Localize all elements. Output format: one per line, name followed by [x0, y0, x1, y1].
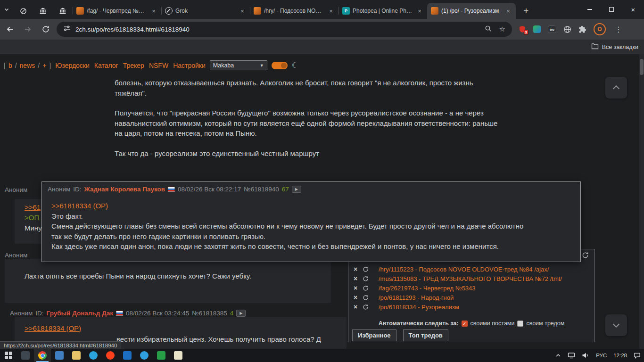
watch-own-posts-checkbox[interactable]: ✓	[462, 321, 468, 327]
favorite-thread-link[interactable]: /po/61818334 - Рузореализм	[379, 304, 459, 311]
board-link-b[interactable]: b	[8, 62, 12, 69]
taskbar-app-icon[interactable]	[85, 349, 102, 362]
extension-icon-2[interactable]	[533, 25, 541, 33]
board-nav-link[interactable]: Настройки	[173, 62, 206, 69]
globe-icon[interactable]	[563, 25, 571, 33]
browser-menu-icon[interactable]: ⋮	[613, 25, 624, 34]
browser-tab[interactable]: (1) /po/ - Рузореализм ×	[427, 3, 516, 19]
refresh-thread-icon[interactable]	[363, 266, 369, 272]
post-number-link[interactable]: №61818385	[192, 310, 227, 317]
tab-close-icon[interactable]: ×	[150, 7, 157, 15]
taskbar-app-icon[interactable]	[102, 349, 119, 362]
browser-tab[interactable]: Grok ×	[161, 3, 250, 19]
board-nav-link[interactable]: Каталог	[94, 62, 118, 69]
tab-top-threads[interactable]: Топ тредов	[403, 329, 448, 341]
window-minimize-button[interactable]	[579, 0, 601, 19]
taskbar-app-icon[interactable]	[136, 349, 153, 362]
address-bar[interactable]: 2ch.su/po/res/61818334.html#61818940 ☆	[57, 22, 512, 37]
browser-tab[interactable]: /hry/ - Подсосов NOVO… ×	[250, 3, 339, 19]
favorite-thread-link[interactable]: /mus/1135083 - ТРЕД МУЗЫКАЛЬНОГО ТВОРЧЕС…	[379, 275, 562, 282]
reload-button[interactable]	[38, 21, 54, 37]
post-text-fragment: >>61	[25, 202, 41, 212]
post-number-link[interactable]: №61818940	[244, 186, 279, 193]
tray-chevron-up-icon[interactable]	[552, 349, 564, 362]
window-maximize-button[interactable]	[601, 0, 622, 19]
bookmark-star-icon[interactable]: ☆	[499, 25, 505, 33]
extension-icon-3[interactable]: oo	[548, 25, 556, 33]
pinned-tab-grok-icon[interactable]	[13, 3, 33, 19]
style-select[interactable]: Makaba ▼	[210, 60, 267, 70]
browser-tab[interactable]: P Photopea | Online Phot… ×	[339, 3, 427, 19]
quote-link[interactable]: >>61818334 (OP)	[51, 202, 108, 210]
adblock-extension-icon[interactable]: 3	[519, 25, 526, 33]
extensions-puzzle-icon[interactable]	[578, 25, 586, 33]
scroll-to-top-button[interactable]	[605, 77, 627, 99]
all-bookmarks-label[interactable]: Все закладки	[602, 44, 638, 50]
site-info-icon[interactable]	[63, 25, 71, 34]
browser-tab[interactable]: /fag/ - Червятред №5… ×	[73, 3, 161, 19]
tab-search-icon[interactable]	[0, 0, 13, 19]
taskbar-app-icon[interactable]	[17, 349, 34, 362]
refresh-thread-icon[interactable]	[363, 294, 369, 301]
refresh-thread-icon[interactable]	[363, 275, 369, 282]
tab-close-icon[interactable]: ×	[327, 7, 335, 15]
taskbar-app-icon[interactable]	[34, 349, 51, 362]
taskbar-app-icon[interactable]	[68, 349, 85, 362]
remove-thread-icon[interactable]: ×	[352, 275, 359, 282]
board-link-news[interactable]: news	[20, 62, 35, 69]
board-nav-link[interactable]: NSFW	[149, 62, 168, 69]
browser-toolbar: 2ch.su/po/res/61818334.html#61818940 ☆ 3…	[0, 19, 644, 40]
new-tab-button[interactable]: +	[520, 4, 533, 17]
tab-favicon	[254, 7, 261, 15]
clock[interactable]: 12:28	[610, 349, 630, 362]
refresh-all-icon[interactable]	[582, 252, 589, 261]
watch-own-thread-checkbox[interactable]	[517, 321, 523, 327]
board-nav-link[interactable]: Юзердоски	[55, 62, 90, 69]
remove-thread-icon[interactable]: ×	[352, 284, 359, 292]
pinned-tab-bank-icon[interactable]	[53, 3, 73, 19]
taskbar-app-icon[interactable]	[119, 349, 136, 362]
quote-link[interactable]: >>61818334 (OP)	[25, 324, 81, 332]
back-button[interactable]	[2, 21, 18, 37]
expand-post-button[interactable]: ▶	[236, 310, 246, 317]
pinned-tab-bank-icon[interactable]	[33, 3, 53, 19]
expand-post-button[interactable]: ▶	[292, 186, 301, 193]
remove-thread-icon[interactable]: ×	[352, 265, 359, 273]
quote-link[interactable]: >>61	[25, 203, 41, 211]
tab-close-icon[interactable]: ×	[239, 7, 246, 15]
page-scrollbar[interactable]	[639, 54, 644, 349]
start-button[interactable]	[0, 349, 17, 362]
tab-favorites[interactable]: Избранное	[352, 329, 396, 341]
taskbar-app-icon[interactable]	[51, 349, 68, 362]
zoom-icon[interactable]	[485, 25, 492, 34]
notification-center-icon[interactable]	[630, 349, 644, 362]
tab-title: /hry/ - Подсосов NOVO…	[264, 8, 324, 14]
refresh-thread-icon[interactable]	[363, 285, 369, 291]
taskbar-app-icon[interactable]	[153, 349, 170, 362]
board-nav-link[interactable]: Трекер	[123, 62, 144, 69]
profile-avatar[interactable]: O	[594, 23, 606, 35]
url-text[interactable]: 2ch.su/po/res/61818334.html#61818940	[75, 26, 485, 33]
theme-toggle[interactable]	[272, 62, 288, 69]
scrollbar-thumb[interactable]	[640, 59, 644, 75]
scroll-to-bottom-button[interactable]	[605, 314, 627, 336]
window-close-button[interactable]: ×	[622, 0, 644, 19]
keyboard-language-indicator[interactable]: РУС	[593, 349, 610, 362]
tab-close-icon[interactable]: ×	[504, 7, 512, 15]
favorite-thread-link[interactable]: /hry/1115223 - Подсосов NOVOE OLDOVOE-тр…	[379, 266, 549, 273]
taskbar-app-icon[interactable]	[170, 349, 187, 362]
tab-close-icon[interactable]: ×	[416, 7, 423, 15]
poster-id-name[interactable]: Жадная Королева Пауков	[84, 186, 165, 193]
favorite-thread-link[interactable]: /po/61811293 - Народ-гной	[379, 294, 454, 301]
dark-mode-moon-icon[interactable]: ☾	[292, 62, 298, 69]
volume-icon[interactable]	[578, 349, 593, 362]
network-icon[interactable]	[564, 349, 578, 362]
op-text-line: навальнистский оптимизм, который по сути…	[115, 118, 544, 129]
favorite-thread-link[interactable]: /fag/26219743 - Черветред №5343	[379, 285, 476, 292]
remove-thread-icon[interactable]: ×	[352, 294, 359, 301]
remove-thread-icon[interactable]: ×	[352, 303, 359, 311]
refresh-thread-icon[interactable]	[363, 304, 369, 310]
forward-button[interactable]	[20, 21, 36, 37]
board-link-plus[interactable]: +	[42, 62, 46, 69]
poster-id-name[interactable]: Грубый Дональд Дак	[47, 310, 113, 317]
